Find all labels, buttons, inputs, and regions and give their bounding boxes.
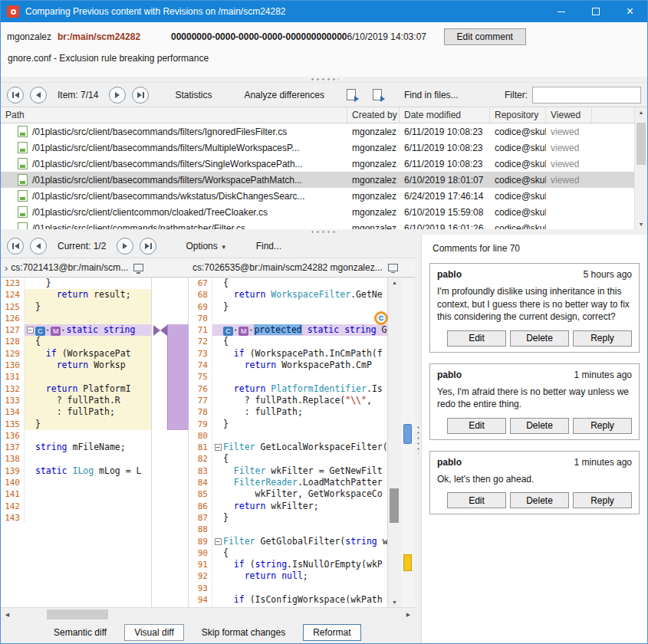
ruler-change-mark[interactable] — [403, 424, 412, 444]
delete-comment-button[interactable]: Delete — [510, 330, 569, 347]
ruler-position-mark[interactable] — [403, 554, 412, 571]
edit-comment-button[interactable]: Edit — [447, 418, 506, 434]
table-row[interactable]: /01plastic/src/client/basecommands/filte… — [1, 156, 647, 172]
open-report-icon[interactable] — [367, 86, 387, 104]
chevron-down-icon[interactable]: ▾ — [46, 327, 49, 334]
scrollbar-thumb[interactable] — [47, 610, 108, 619]
monitor-icon[interactable] — [133, 264, 143, 271]
file-icon — [18, 126, 28, 137]
delete-comment-button[interactable]: Delete — [510, 492, 569, 508]
cell-repository: codice@skull... — [490, 191, 546, 202]
code-line: 138 — [1, 453, 151, 465]
edit-comment-button[interactable]: Edit comment — [444, 28, 526, 45]
column-header-date-modified[interactable]: Date modified — [400, 107, 490, 123]
header-splitter[interactable] — [1, 77, 647, 82]
method-icon[interactable]: M — [51, 327, 61, 336]
class-icon[interactable]: C — [35, 327, 45, 336]
reply-comment-button[interactable]: Reply — [573, 330, 632, 347]
scroll-up-icon[interactable]: ▲ — [639, 110, 644, 115]
find-in-files-button[interactable]: Find in files... — [404, 90, 459, 100]
delete-comment-button[interactable]: Delete — [510, 418, 569, 434]
comment-author: pablo — [437, 370, 462, 380]
last-diff-button[interactable] — [140, 238, 156, 255]
chevron-down-icon[interactable]: ▾ — [249, 327, 252, 334]
chevron-down-icon[interactable]: ▾ — [61, 327, 64, 334]
fold-gutter — [212, 383, 223, 395]
diff-scrollbar[interactable]: ▲ ▼ — [388, 278, 401, 607]
scrollbar-thumb[interactable] — [636, 123, 646, 165]
visual-diff-button[interactable]: Visual diff — [124, 624, 184, 641]
column-header-created-by[interactable]: Created by — [347, 107, 400, 123]
cell-viewed: viewed — [546, 159, 592, 169]
edit-comment-button[interactable]: Edit — [447, 330, 506, 347]
reformat-button[interactable]: Reformat — [303, 624, 360, 641]
window-controls: × — [544, 1, 647, 22]
titlebar[interactable]: Comparing Previous content with Revision… — [1, 1, 647, 22]
line-number: 136 — [1, 430, 24, 442]
find-button[interactable]: Find... — [256, 241, 281, 251]
code-line: 72{ — [189, 336, 387, 347]
table-diff-splitter[interactable] — [1, 229, 647, 235]
line-number: 131 — [1, 371, 24, 383]
first-diff-button[interactable] — [7, 238, 24, 255]
semantic-diff-button[interactable]: Semantic diff — [44, 624, 117, 641]
table-row[interactable]: /01plastic/src/client/basecommands/filte… — [1, 140, 647, 156]
cell-created-by: mgonzalez — [347, 207, 400, 218]
diff-horizontal-scrollbar[interactable]: ◀ ▶ — [1, 607, 415, 621]
method-icon[interactable]: M — [238, 327, 248, 336]
fold-collapse-icon[interactable]: − — [215, 538, 222, 545]
diff-left-pane[interactable]: 123 }124 return result;125}126127−C▾M▾st… — [1, 278, 152, 607]
export-report-icon[interactable] — [341, 86, 361, 104]
close-button[interactable]: × — [613, 1, 647, 22]
table-row[interactable]: /01plastic/src/client/basecommands/filte… — [1, 123, 647, 140]
filter-input[interactable] — [532, 87, 641, 104]
fold-collapse-icon[interactable]: − — [215, 444, 222, 451]
column-header-viewed[interactable]: Viewed — [546, 107, 592, 123]
line-number: 142 — [1, 501, 24, 512]
table-row[interactable]: /01plastic/src/client/commands/pathmatch… — [1, 220, 647, 229]
monitor-icon[interactable] — [388, 264, 398, 271]
first-item-button[interactable] — [7, 87, 24, 104]
comment-card: pablo1 minutes agoOk, let's then go ahea… — [429, 451, 640, 515]
last-item-button[interactable] — [132, 87, 149, 104]
previous-item-button[interactable] — [30, 87, 47, 104]
file-table-scrollbar[interactable]: ▲ ▼ — [634, 107, 647, 229]
reply-comment-button[interactable]: Reply — [573, 492, 632, 508]
scroll-up-icon[interactable]: ▲ — [392, 280, 397, 285]
table-row[interactable]: /01plastic/src/client/clientcommon/cloak… — [1, 204, 647, 220]
table-row[interactable]: /01plastic/src/client/basecommands/filte… — [1, 172, 647, 188]
previous-diff-button[interactable] — [30, 238, 47, 255]
filter-group: Filter: — [505, 87, 641, 104]
scroll-right-icon[interactable]: ▶ — [402, 608, 415, 621]
scrollbar-thumb[interactable] — [390, 488, 399, 523]
class-icon[interactable]: C — [223, 327, 233, 336]
minimize-button[interactable] — [544, 1, 578, 22]
edit-comment-button[interactable]: Edit — [447, 492, 506, 508]
analyze-differences-button[interactable]: Analyze differences — [244, 90, 324, 100]
column-header-path[interactable]: Path — [1, 107, 347, 123]
statistics-button[interactable]: Statistics — [175, 90, 212, 100]
diff-right-pane[interactable]: 67{68 return WorkspaceFilter.GetNe69}707… — [189, 278, 388, 607]
code-line: 83 Filter wkFilter = GetNewFilt — [189, 465, 387, 477]
scroll-down-icon[interactable]: ▼ — [639, 222, 644, 227]
comment-anchor-icon[interactable]: C — [374, 311, 388, 325]
code-line: 73 if (WorkspacePath.InCmPath(f — [189, 348, 387, 360]
comments-splitter[interactable] — [415, 235, 421, 643]
scroll-down-icon[interactable]: ▼ — [392, 600, 397, 605]
fold-collapse-icon[interactable]: − — [27, 327, 34, 334]
fold-gutter — [212, 524, 223, 535]
skip-format-changes-button[interactable]: Skip format changes — [192, 624, 295, 641]
next-diff-button[interactable] — [117, 238, 133, 255]
scroll-left-icon[interactable]: ◀ — [1, 608, 14, 621]
column-header-repository[interactable]: Repository — [490, 107, 546, 123]
fold-gutter — [212, 501, 223, 512]
fold-gutter — [25, 336, 35, 347]
maximize-button[interactable] — [578, 1, 613, 22]
table-row[interactable]: /01plastic/src/client/basecommands/wksta… — [1, 188, 647, 204]
next-item-button[interactable] — [109, 87, 126, 104]
diff-overview-ruler[interactable] — [401, 278, 415, 607]
reply-comment-button[interactable]: Reply — [573, 418, 632, 434]
options-dropdown[interactable]: Options▼ — [186, 241, 226, 251]
line-number: 68 — [189, 289, 212, 301]
chevron-down-icon[interactable]: ▾ — [234, 327, 237, 334]
